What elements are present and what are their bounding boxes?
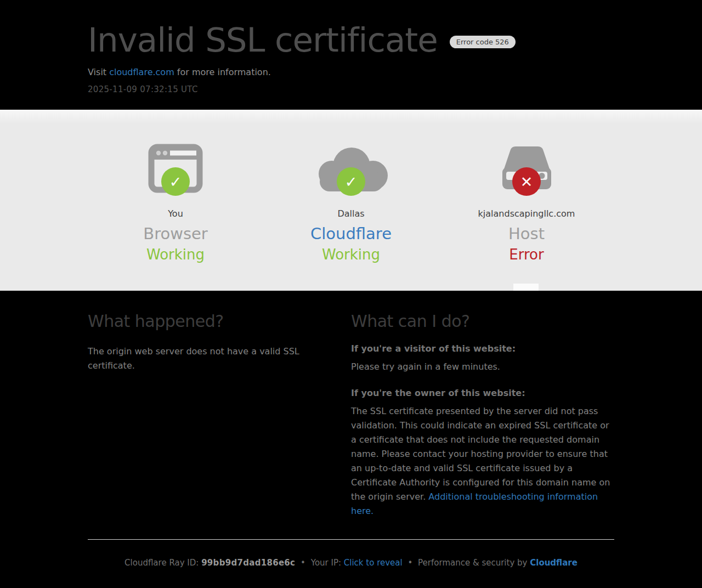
browser-node-role: Browser: [88, 224, 263, 243]
click-to-reveal-link[interactable]: Click to reveal: [344, 558, 403, 568]
what-happened-column: What happened? The origin web server doe…: [88, 312, 351, 518]
owner-body-text: The SSL certificate presented by the ser…: [351, 406, 610, 502]
status-column-browser: ✓ You Browser Working: [88, 110, 263, 263]
footer: Cloudflare Ray ID: 99bb9d7dad186e6c • Yo…: [88, 558, 614, 568]
your-ip-label: Your IP:: [311, 558, 341, 568]
owner-subheading: If you're the owner of this website:: [351, 388, 614, 398]
check-icon: ✓: [345, 173, 358, 190]
footer-divider: [88, 539, 614, 540]
timestamp: 2025-11-09 07:32:15 UTC: [88, 84, 614, 94]
visit-prefix: Visit: [88, 67, 109, 77]
cross-icon: ✕: [520, 173, 533, 190]
browser-icon-stack: ✓: [88, 144, 263, 193]
what-happened-heading: What happened?: [88, 312, 351, 331]
visit-suffix: for more information.: [174, 67, 271, 77]
header-section: Invalid SSL certificate Error code 526 V…: [0, 0, 702, 110]
cloudflare-node-status: Working: [263, 246, 439, 263]
error-code-badge: Error code 526: [450, 36, 516, 48]
visit-line: Visit cloudflare.com for more informatio…: [88, 67, 614, 77]
what-can-i-do-heading: What can I do?: [351, 312, 614, 331]
status-column-host: ✕ kjalandscapingllc.com Host Error: [439, 110, 614, 263]
owner-block: If you're the owner of this website: The…: [351, 388, 614, 518]
cloudflare-ok-badge: ✓: [337, 167, 365, 196]
host-node-status: Error: [439, 246, 614, 263]
page-title: Invalid SSL certificate: [88, 23, 438, 56]
visitor-body: Please try again in a few minutes.: [351, 360, 614, 374]
cloudflare-com-link[interactable]: cloudflare.com: [109, 67, 174, 77]
host-node-role: Host: [439, 224, 614, 243]
cloud-icon-stack: ✓: [263, 144, 439, 193]
partial-white-box: [513, 284, 539, 291]
bullet-separator: •: [407, 558, 412, 568]
check-icon: ✓: [169, 173, 182, 190]
browser-node-status: Working: [88, 246, 263, 263]
cloudflare-node-name: Dallas: [263, 208, 439, 219]
performance-security-label: Performance & security by: [418, 558, 527, 568]
visitor-subheading: If you're a visitor of this website:: [351, 343, 614, 354]
cloudflare-brand-link[interactable]: Cloudflare: [530, 558, 578, 568]
browser-node-name: You: [88, 208, 263, 219]
server-icon-stack: ✕: [439, 144, 614, 193]
host-node-name: kjalandscapingllc.com: [439, 208, 614, 219]
what-happened-body: The origin web server does not have a va…: [88, 344, 324, 373]
bullet-separator: •: [301, 558, 305, 568]
owner-body: The SSL certificate presented by the ser…: [351, 404, 614, 518]
ray-id-value: 99bb9d7dad186e6c: [201, 558, 295, 568]
what-can-i-do-column: What can I do? If you're a visitor of th…: [351, 312, 614, 518]
host-error-badge: ✕: [512, 167, 541, 196]
cloudflare-node-role: Cloudflare: [263, 224, 439, 243]
status-strip: ✓ You Browser Working ✓ Dallas Cloudflar…: [0, 110, 702, 291]
browser-ok-badge: ✓: [161, 167, 190, 196]
ray-id-label: Cloudflare Ray ID:: [124, 558, 199, 568]
status-column-cloudflare: ✓ Dallas Cloudflare Working: [263, 110, 439, 263]
details-section: What happened? The origin web server doe…: [0, 291, 702, 568]
